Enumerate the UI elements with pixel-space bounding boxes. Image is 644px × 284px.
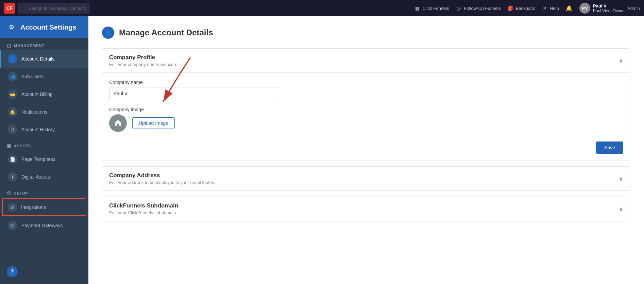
- clickfunnels-icon: ▦: [414, 5, 420, 11]
- help-button[interactable]: ?: [7, 266, 18, 277]
- company-address-header[interactable]: Company Address Edit your address to be …: [102, 167, 630, 191]
- user-subtitle: Paul Viers Owner: [593, 9, 625, 13]
- integrations-icon: ⚙: [7, 202, 17, 212]
- payment-gateways-icon: 🛒: [8, 221, 17, 230]
- company-name-label: Company name: [109, 80, 623, 85]
- sidebar-item-account-billing[interactable]: 💳 Account Billing: [0, 85, 88, 103]
- notifications-bell[interactable]: 🔔: [566, 5, 573, 12]
- save-button[interactable]: Save: [596, 141, 623, 154]
- user-role: Admin: [627, 6, 640, 11]
- navbar-help[interactable]: ✕ Help: [542, 5, 559, 11]
- company-address-subtitle: Edit your address to be displayed in you…: [109, 180, 216, 185]
- content-header: 👤 Manage Account Details: [102, 27, 630, 39]
- navbar-backpack[interactable]: 🎒 Backpack: [508, 5, 535, 11]
- sidebar-item-account-history[interactable]: ↺ Account History: [0, 121, 88, 138]
- notifications-icon: 🔔: [8, 107, 17, 117]
- main-layout: ⚙ Account Settings ◫ Management 👤 Accoun…: [0, 16, 644, 284]
- content-header-icon: 👤: [102, 27, 114, 39]
- followup-icon: ◎: [456, 5, 462, 11]
- search-input[interactable]: [18, 3, 90, 14]
- clickfunnels-subdomain-header[interactable]: ClickFunnels Subdomain Edit your ClickFu…: [102, 197, 630, 221]
- company-profile-title: Company Profile: [109, 54, 176, 61]
- content-title: Manage Account Details: [119, 28, 213, 37]
- company-address-title: Company Address: [109, 172, 216, 179]
- svg-marker-2: [115, 120, 121, 122]
- page-title: Account Settings: [20, 23, 76, 31]
- sidebar-item-payment-gateways[interactable]: 🛒 Payment Gateways: [0, 217, 88, 234]
- clickfunnels-subdomain-section: ClickFunnels Subdomain Edit your ClickFu…: [102, 197, 630, 221]
- clickfunnels-subdomain-subtitle: Edit your ClickFunnels subdomain: [109, 210, 178, 215]
- navbar: CF 🔍 ▦ Click Funnels ◎ Follow-Up Funnels…: [0, 0, 644, 16]
- main-content: 👤 Manage Account Details Company Profile…: [88, 16, 644, 284]
- sidebar-item-sub-users[interactable]: 👥 Sub Users: [0, 68, 88, 85]
- company-name-input[interactable]: [109, 87, 279, 100]
- search-wrap: 🔍: [18, 3, 188, 14]
- company-image-row: Upload Image: [109, 114, 623, 132]
- content-area: 👤 Manage Account Details Company Profile…: [88, 16, 644, 284]
- avatar: PV: [579, 3, 590, 14]
- assets-section-label: ▣ Assets: [0, 138, 88, 150]
- help-icon: ✕: [542, 5, 548, 11]
- navbar-followup[interactable]: ◎ Follow-Up Funnels: [456, 5, 501, 11]
- company-name-group: Company name: [109, 80, 623, 100]
- company-address-section: Company Address Edit your address to be …: [102, 166, 630, 191]
- sub-users-icon: 👥: [8, 72, 17, 81]
- sidebar-item-account-details[interactable]: 👤 Account Details: [0, 50, 88, 68]
- page-header: ⚙ Account Settings: [0, 16, 88, 38]
- setup-icon: ⚙: [7, 190, 11, 196]
- digital-assets-icon: ⬇: [8, 172, 17, 182]
- page-header-icon: ⚙: [7, 22, 16, 32]
- sidebar-item-page-templates[interactable]: 📄 Page Templates: [0, 150, 88, 168]
- navbar-clickfunnels[interactable]: ▦ Click Funnels: [414, 5, 449, 11]
- svg-rect-1: [117, 124, 119, 126]
- app-logo[interactable]: CF: [4, 3, 15, 14]
- company-profile-header[interactable]: Company Profile Edit your company name a…: [102, 49, 630, 73]
- assets-icon: ▣: [7, 143, 11, 148]
- sidebar-item-notifications[interactable]: 🔔 Notifications: [0, 103, 88, 121]
- clickfunnels-subdomain-chevron: ∨: [619, 206, 623, 212]
- user-name: Paul V: [593, 3, 625, 9]
- page-templates-icon: 📄: [8, 154, 17, 164]
- company-profile-section: Company Profile Edit your company name a…: [102, 48, 630, 161]
- save-row: Save: [109, 139, 623, 154]
- upload-image-button[interactable]: Upload Image: [132, 117, 175, 129]
- company-image-label: Company image: [109, 107, 623, 112]
- backpack-icon: 🎒: [508, 5, 514, 11]
- company-address-chevron: ∨: [619, 176, 623, 182]
- management-section-label: ◫ Management: [0, 38, 88, 50]
- sidebar-item-digital-assets[interactable]: ⬇ Digital Assets: [0, 168, 88, 186]
- company-image-placeholder: [109, 114, 127, 132]
- sidebar: ⚙ Account Settings ◫ Management 👤 Accoun…: [0, 16, 88, 284]
- account-details-icon: 👤: [8, 54, 17, 64]
- clickfunnels-subdomain-title: ClickFunnels Subdomain: [109, 202, 178, 209]
- management-icon: ◫: [7, 43, 11, 48]
- account-billing-icon: 💳: [8, 89, 17, 99]
- user-menu[interactable]: PV Paul V Paul Viers Owner Admin: [579, 3, 640, 14]
- company-profile-chevron: ∧: [619, 57, 623, 64]
- account-history-icon: ↺: [8, 125, 17, 134]
- navbar-items: ▦ Click Funnels ◎ Follow-Up Funnels 🎒 Ba…: [414, 3, 640, 14]
- setup-section-label: ⚙ Setup: [0, 186, 88, 198]
- company-profile-subtitle: Edit your company name and icon: [109, 62, 176, 67]
- company-profile-body: Company name Company image: [102, 73, 630, 161]
- company-image-group: Company image Upload Image: [109, 107, 623, 132]
- sidebar-item-integrations[interactable]: ⚙ Integrations: [2, 198, 86, 216]
